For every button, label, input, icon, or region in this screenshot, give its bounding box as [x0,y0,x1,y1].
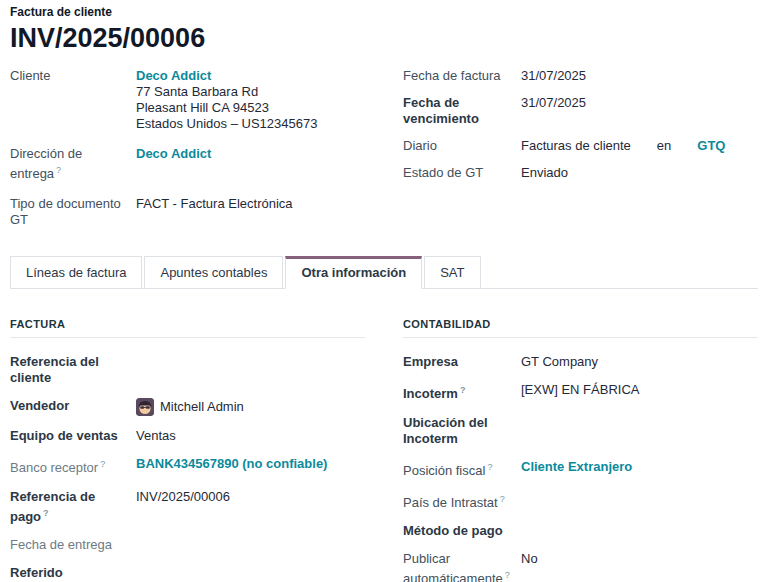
company-field[interactable]: GT Company [521,354,758,370]
section-factura: FACTURA Referencia del cliente Vendedor [10,318,365,582]
field-row-fiscal-position: Posición fiscal? Cliente Extranjero [403,459,758,479]
section-contabilidad: CONTABILIDAD Empresa GT Company Incoterm… [403,318,758,582]
invoice-form: Factura de cliente INV/2025/00006 Client… [0,0,768,582]
help-icon: ? [487,462,492,472]
intrastat-country-field[interactable] [521,491,758,507]
delivery-date-label: Fecha de entrega [10,537,136,553]
field-row-auto-post: Publicar automáticamente? No [403,551,758,582]
field-row-customer: Cliente Deco Addict 77 Santa Barbara Rd … [10,68,365,132]
gt-doc-type-field[interactable]: FACT - Factura Electrónica [136,196,365,212]
journal-in-text: en [657,138,671,154]
delivery-date-field[interactable] [136,537,365,553]
invoice-date-field[interactable]: 31/07/2025 [521,68,758,84]
payment-reference-field[interactable]: INV/2025/00006 [136,489,365,505]
gt-status-label: Estado de GT [403,165,521,181]
customer-address-line: 77 Santa Barbara Rd [136,84,365,100]
tab-invoice-lines[interactable]: Líneas de factura [10,256,142,288]
sales-team-field[interactable]: Ventas [136,428,365,444]
help-icon: ? [500,494,505,504]
gt-doc-type-label: Tipo de documento GT [10,196,136,228]
invoice-number-title: INV/2025/00006 [10,22,758,54]
fiscal-position-label: Posición fiscal? [403,459,521,479]
intrastat-country-label: País de Intrastat? [403,491,521,511]
breadcrumb-doc-type: Factura de cliente [10,4,758,20]
recipient-bank-link[interactable]: BANK434567890 (no confiable) [136,456,327,471]
payment-method-field[interactable] [521,523,758,539]
top-fields: Cliente Deco Addict 77 Santa Barbara Rd … [10,68,758,239]
field-row-sales-team: Equipo de ventas Ventas [10,428,365,444]
invoice-date-label: Fecha de factura [403,68,521,84]
salesperson-avatar [136,398,154,416]
tab-sat[interactable]: SAT [424,256,480,288]
recipient-bank-label: Banco receptor? [10,456,136,476]
customer-label: Cliente [10,68,136,84]
help-icon: ? [56,165,61,175]
help-icon: ? [100,459,105,469]
field-row-company: Empresa GT Company [403,354,758,370]
customer-address-line: Pleasant Hill CA 94523 [136,100,365,116]
tab-journal-items[interactable]: Apuntes contables [144,256,283,288]
customer-address-line: Estados Unidos – US12345673 [136,116,365,132]
field-row-delivery-address: Dirección de entrega? Deco Addict [10,146,365,182]
field-row-gt-status: Estado de GT Enviado [403,165,758,181]
fiscal-position-link[interactable]: Cliente Extranjero [521,459,632,474]
help-icon: ? [43,508,49,518]
field-row-due-date: Fecha de vencimiento 31/07/2025 [403,95,758,127]
tab-other-info[interactable]: Otra información [285,256,422,289]
help-icon: ? [460,385,466,395]
field-row-delivery-date: Fecha de entrega [10,537,365,553]
due-date-label: Fecha de vencimiento [403,95,521,127]
referral-label: Referido [10,565,136,581]
field-row-referral: Referido [10,565,365,581]
company-label: Empresa [403,354,521,370]
incoterm-location-label: Ubicación del Incoterm [403,415,521,447]
field-row-intrastat-country: País de Intrastat? [403,491,758,511]
field-row-payment-reference: Referencia de pago? INV/2025/00006 [10,489,365,525]
payment-reference-label: Referencia de pago? [10,489,136,525]
referral-field[interactable] [136,565,365,581]
due-date-field[interactable]: 31/07/2025 [521,95,758,111]
field-row-recipient-bank: Banco receptor? BANK434567890 (no confia… [10,456,365,476]
incoterm-label: Incoterm? [403,382,521,402]
journal-label: Diario [403,138,521,154]
help-icon: ? [505,570,510,580]
field-row-incoterm: Incoterm? [EXW] EN FÁBRICA [403,382,758,402]
auto-post-label: Publicar automáticamente? [403,551,521,582]
field-row-customer-reference: Referencia del cliente [10,354,365,386]
incoterm-location-field[interactable] [521,415,758,431]
customer-reference-field[interactable] [136,354,365,370]
section-heading-factura: FACTURA [10,318,365,338]
sales-team-label: Equipo de ventas [10,428,136,444]
other-info-tab-content: FACTURA Referencia del cliente Vendedor [10,318,758,582]
journal-field[interactable]: Facturas de cliente [521,138,631,154]
field-row-invoice-date: Fecha de factura 31/07/2025 [403,68,758,84]
payment-method-label: Método de pago [403,523,521,539]
customer-link[interactable]: Deco Addict [136,68,211,83]
field-row-salesperson: Vendedor Mitchell Admin [10,398,365,416]
section-heading-contabilidad: CONTABILIDAD [403,318,758,338]
salesperson-field[interactable]: Mitchell Admin [160,399,244,415]
delivery-address-label: Dirección de entrega? [10,146,136,182]
field-row-incoterm-location: Ubicación del Incoterm [403,415,758,447]
field-row-payment-method: Método de pago [403,523,758,539]
incoterm-field[interactable]: [EXW] EN FÁBRICA [521,382,758,398]
salesperson-label: Vendedor [10,398,136,414]
customer-reference-label: Referencia del cliente [10,354,136,386]
field-row-journal: Diario Facturas de cliente en GTQ [403,138,758,154]
field-row-gt-doc-type: Tipo de documento GT FACT - Factura Elec… [10,196,365,228]
notebook-tabs: Líneas de factura Apuntes contables Otra… [10,256,758,289]
auto-post-field[interactable]: No [521,551,758,567]
currency-link[interactable]: GTQ [697,138,725,154]
delivery-address-link[interactable]: Deco Addict [136,146,211,161]
gt-status-field: Enviado [521,165,758,181]
